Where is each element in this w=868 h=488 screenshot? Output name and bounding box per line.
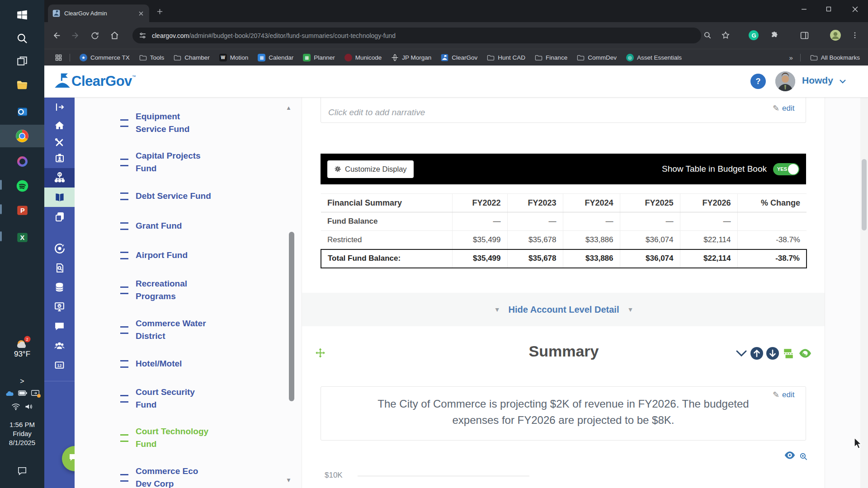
show-table-toggle[interactable]: YES xyxy=(773,163,799,175)
fund-list-scroll-down-icon[interactable]: ▼ xyxy=(286,477,292,483)
fund-list-scrollbar[interactable] xyxy=(289,232,294,401)
bookmark-commdev[interactable]: CommDev xyxy=(577,54,617,61)
notification-center-icon[interactable] xyxy=(0,462,44,480)
bookmark-finance[interactable]: Finance xyxy=(535,54,567,61)
bookmarks-overflow-chevron[interactable]: » xyxy=(789,54,793,61)
page-scrollbar[interactable] xyxy=(860,66,868,488)
drag-handle-icon[interactable] xyxy=(120,252,128,259)
window-minimize-icon[interactable] xyxy=(793,0,815,18)
drag-handle-icon[interactable] xyxy=(120,286,128,294)
drag-handle-icon[interactable] xyxy=(120,474,128,482)
summary-narrative-box[interactable]: The City of Commerce is projecting $2K o… xyxy=(321,386,806,441)
bookmark-asset-essentials[interactable]: ◎Asset Essentials xyxy=(626,54,682,61)
sidebar-goals-icon[interactable] xyxy=(44,239,75,258)
window-maximize-icon[interactable] xyxy=(817,0,840,18)
drag-handle-icon[interactable] xyxy=(120,434,128,442)
start-button-icon[interactable] xyxy=(0,4,44,26)
bookmark-cleargov[interactable]: ClearGov xyxy=(441,54,477,61)
drag-handle-icon[interactable] xyxy=(120,326,128,334)
drag-handle-icon[interactable] xyxy=(120,192,128,200)
sidebar-badge-icon[interactable] xyxy=(44,149,75,167)
tray-icons-row[interactable] xyxy=(0,388,44,399)
sidebar-budget-book-icon[interactable] xyxy=(44,188,75,206)
sidebar-home-icon[interactable] xyxy=(44,116,75,134)
customize-display-button[interactable]: Customize Display xyxy=(327,160,414,178)
sidebar-doc-search-icon[interactable] xyxy=(44,259,75,277)
drag-handle-icon[interactable] xyxy=(120,395,128,403)
hide-account-detail-button[interactable]: ▼ Hide Account Level Detail ▼ xyxy=(302,293,825,326)
zoom-search-icon[interactable] xyxy=(700,28,715,43)
file-explorer-icon[interactable] xyxy=(0,74,44,96)
all-bookmarks-folder[interactable]: All Bookmarks xyxy=(810,54,860,61)
collapse-section-icon[interactable] xyxy=(734,346,749,361)
fund-item-recreational[interactable]: Recreational Programs xyxy=(120,277,226,303)
move-down-icon[interactable] xyxy=(765,346,780,361)
fund-item-commerce-eco-dev[interactable]: Commerce Eco Dev Corp xyxy=(120,465,226,488)
greeting-menu[interactable]: Howdy xyxy=(802,75,833,86)
bookmark-municode[interactable]: Municode xyxy=(344,54,382,61)
edit-summary-button[interactable]: ✎edit xyxy=(773,390,795,400)
site-settings-icon[interactable] xyxy=(139,32,146,39)
bookmark-apps-grid-icon[interactable] xyxy=(55,54,62,61)
back-icon[interactable] xyxy=(48,28,64,43)
move-up-icon[interactable] xyxy=(750,346,764,361)
search-icon[interactable] xyxy=(0,27,44,50)
bookmark-planner[interactable]: ▦Planner xyxy=(303,54,335,61)
chrome-icon[interactable] xyxy=(0,125,44,147)
bookmark-jp-morgan[interactable]: JP Morgan xyxy=(391,54,431,61)
sidebar-database-icon[interactable] xyxy=(44,278,75,296)
visibility-eye-icon[interactable] xyxy=(798,346,812,361)
grammarly-icon[interactable]: G xyxy=(746,28,761,43)
browser-menu-icon[interactable] xyxy=(847,28,863,43)
microsoft-365-icon[interactable] xyxy=(0,150,44,173)
sidebar-monitor-icon[interactable] xyxy=(44,297,75,315)
new-tab-icon[interactable] xyxy=(156,8,163,15)
powerpoint-icon[interactable]: P xyxy=(0,199,44,221)
sidebar-pages-icon[interactable] xyxy=(44,208,75,226)
url-bar[interactable]: cleargov.com/admin#/budget-book/20743/ed… xyxy=(132,28,701,43)
sidebar-chat-icon[interactable] xyxy=(44,317,75,335)
narrative-placeholder-box[interactable]: Click edit to add narrative xyxy=(321,97,806,123)
fund-item-equipment-service[interactable]: Equipment Service Fund xyxy=(120,110,226,136)
chart-zoom-icon[interactable] xyxy=(799,452,808,461)
user-avatar[interactable] xyxy=(775,71,795,91)
bookmark-chamber[interactable]: Chamber xyxy=(174,54,210,61)
toggle-knob[interactable] xyxy=(788,164,798,174)
fund-list-scroll-up-icon[interactable]: ▲ xyxy=(286,104,292,111)
bookmark-tools[interactable]: Tools xyxy=(139,54,165,61)
bookmark-commerce-tx[interactable]: ★Commerce TX xyxy=(80,54,130,61)
sidebar-people-icon[interactable] xyxy=(44,337,75,355)
profile-avatar-icon[interactable] xyxy=(828,28,843,43)
help-icon[interactable]: ? xyxy=(750,74,766,89)
browser-tab[interactable]: ClearGov Admin xyxy=(48,5,149,22)
tab-close-icon[interactable] xyxy=(137,10,145,17)
fund-item-capital-projects[interactable]: Capital Projects Fund xyxy=(120,150,226,175)
window-close-icon[interactable] xyxy=(844,0,866,18)
bookmark-motion[interactable]: WMotion xyxy=(219,54,249,61)
fund-item-debt-service[interactable]: Debt Service Fund xyxy=(120,190,226,202)
page-scrollbar-thumb[interactable] xyxy=(862,159,867,230)
weather-widget[interactable]: 2 93°F xyxy=(0,335,44,361)
chevron-down-icon[interactable] xyxy=(839,79,846,84)
sidebar-budget-org-icon[interactable]: $ xyxy=(44,169,75,187)
side-panel-icon[interactable] xyxy=(797,28,812,43)
bookmark-calendar[interactable]: ▦Calendar xyxy=(258,54,293,61)
sidebar-calendar-icon[interactable]: 12 xyxy=(44,356,75,374)
extensions-puzzle-icon[interactable] xyxy=(767,28,782,43)
cleargov-logo[interactable]: ClearGov ™ xyxy=(53,72,136,91)
bookmark-hunt-cad[interactable]: Hunt CAD xyxy=(487,54,525,61)
reload-icon[interactable] xyxy=(87,28,103,43)
split-section-icon[interactable] xyxy=(781,346,796,361)
drag-handle-icon[interactable] xyxy=(120,159,128,166)
spotify-icon[interactable] xyxy=(0,174,44,197)
sidebar-tools-icon[interactable] xyxy=(44,133,75,151)
tray-expand-chevron[interactable]: > xyxy=(0,376,44,387)
outlook-icon[interactable] xyxy=(0,100,44,123)
fund-item-court-security[interactable]: Court Security Fund xyxy=(120,386,226,411)
sidebar-exit-icon[interactable] xyxy=(44,98,75,116)
task-view-icon[interactable] xyxy=(0,50,44,72)
home-icon[interactable] xyxy=(107,28,122,43)
taskbar-clock[interactable]: 1:56 PM Friday 8/1/2025 xyxy=(0,420,44,447)
fund-item-grant[interactable]: Grant Fund xyxy=(120,220,226,232)
drag-handle-icon[interactable] xyxy=(120,222,128,230)
